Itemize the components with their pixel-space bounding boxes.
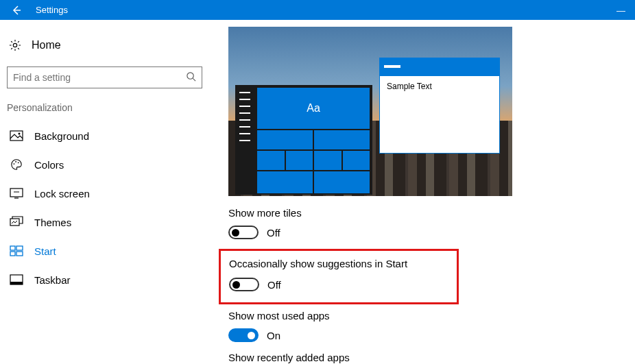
- search-box[interactable]: [7, 66, 202, 88]
- sidebar-item-colors[interactable]: Colors: [4, 150, 205, 179]
- svg-rect-16: [16, 252, 23, 256]
- preview-sample-window: Sample Text: [379, 58, 500, 154]
- toggle-state: Off: [267, 227, 280, 239]
- sidebar-item-label: Lock screen: [34, 188, 90, 199]
- preview-sample-text: Sample Text: [380, 76, 499, 97]
- minimize-button[interactable]: —: [616, 5, 627, 16]
- toggle-most-used[interactable]: [228, 328, 259, 342]
- sidebar: Home Personalization Background Colors L…: [0, 20, 209, 364]
- sidebar-item-themes[interactable]: Themes: [4, 208, 205, 236]
- taskbar-icon: [10, 274, 23, 286]
- setting-label: Show most used apps: [228, 310, 616, 321]
- svg-point-6: [14, 163, 15, 165]
- toggle-state: On: [267, 330, 280, 341]
- start-icon: [10, 245, 23, 257]
- setting-label: Show recently added apps: [228, 352, 616, 363]
- svg-rect-9: [10, 189, 23, 197]
- window-title: Settings: [36, 5, 68, 15]
- sidebar-item-label: Background: [34, 130, 89, 142]
- sidebar-item-label: Start: [34, 245, 56, 257]
- svg-point-5: [19, 133, 21, 135]
- svg-point-7: [15, 161, 16, 162]
- svg-rect-13: [10, 246, 15, 250]
- category-header: Personalization: [4, 99, 205, 121]
- arrow-left-icon: [11, 5, 22, 16]
- picture-icon: [10, 130, 23, 142]
- svg-point-1: [13, 43, 16, 47]
- setting-show-more-tiles: Show more tiles Off: [228, 207, 616, 239]
- setting-most-used: Show most used apps On: [228, 310, 616, 342]
- setting-recently-added: Show recently added apps: [228, 352, 616, 363]
- toggle-suggestions[interactable]: [229, 278, 259, 291]
- monitor-icon: [10, 187, 23, 199]
- main-panel: Aa Sample Text Show more tiles Off Occas…: [209, 20, 635, 364]
- svg-line-3: [193, 78, 195, 81]
- svg-rect-14: [16, 246, 23, 250]
- sidebar-item-label: Colors: [34, 159, 64, 171]
- svg-point-8: [18, 162, 19, 163]
- sidebar-item-lockscreen[interactable]: Lock screen: [4, 179, 205, 208]
- toggle-state: Off: [267, 279, 281, 291]
- svg-rect-18: [10, 282, 23, 284]
- svg-rect-15: [10, 252, 15, 256]
- themes-icon: [10, 216, 23, 228]
- preview-tile-text: Aa: [257, 88, 370, 129]
- palette-icon: [10, 158, 23, 171]
- annotation-highlight: Occasionally show suggestions in Start O…: [219, 249, 459, 304]
- titlebar: Settings —: [0, 0, 635, 20]
- sidebar-item-label: Themes: [34, 217, 71, 228]
- sidebar-item-label: Taskbar: [34, 274, 71, 286]
- setting-label: Show more tiles: [228, 207, 616, 219]
- search-input[interactable]: [13, 72, 186, 83]
- sidebar-item-taskbar[interactable]: Taskbar: [4, 265, 205, 294]
- sidebar-item-start[interactable]: Start: [4, 236, 205, 265]
- sidebar-item-background[interactable]: Background: [4, 121, 205, 150]
- setting-label: Occasionally show suggestions in Start: [229, 258, 448, 269]
- toggle-show-more-tiles[interactable]: [228, 226, 259, 239]
- setting-suggestions: Occasionally show suggestions in Start O…: [229, 258, 448, 291]
- preview-image: Aa Sample Text: [228, 27, 512, 196]
- preview-start-menu: Aa: [235, 85, 372, 195]
- svg-point-2: [187, 73, 193, 79]
- home-button[interactable]: Home: [4, 32, 205, 58]
- search-icon: [186, 71, 196, 84]
- back-button[interactable]: [4, 0, 29, 20]
- gear-icon: [8, 39, 22, 51]
- svg-rect-4: [10, 131, 23, 141]
- home-label: Home: [32, 39, 61, 51]
